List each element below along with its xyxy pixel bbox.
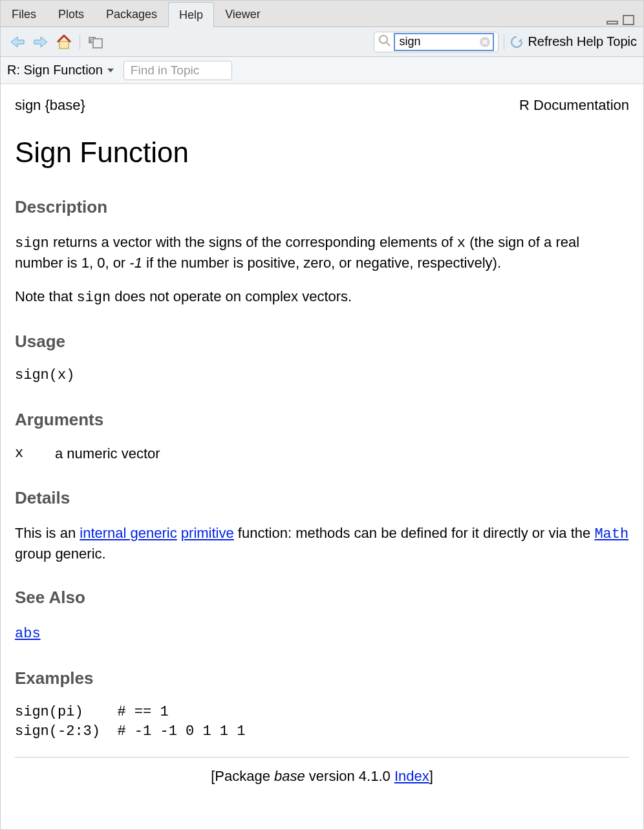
link-math[interactable]: Math <box>594 526 628 542</box>
description-paragraph-2: Note that sign does not operate on compl… <box>15 287 629 308</box>
toolbar-separator <box>80 34 80 50</box>
help-content: sign {base} R Documentation Sign Functio… <box>1 84 643 829</box>
link-internal-generic[interactable]: internal generic <box>80 525 177 541</box>
open-in-window-button[interactable] <box>85 32 106 52</box>
chevron-down-icon <box>107 67 114 74</box>
section-examples: Examples <box>15 667 629 690</box>
forward-button[interactable] <box>30 32 51 52</box>
find-in-topic-input[interactable] <box>123 61 232 80</box>
link-index[interactable]: Index <box>394 768 429 784</box>
maximize-pane-icon[interactable] <box>621 14 636 27</box>
link-primitive[interactable]: primitive <box>181 525 234 541</box>
home-button[interactable] <box>54 32 74 52</box>
tab-help[interactable]: Help <box>168 2 214 27</box>
topic-title: R: Sign Function <box>7 63 103 78</box>
section-details: Details <box>15 487 629 509</box>
svg-rect-3 <box>93 39 102 48</box>
tab-packages[interactable]: Packages <box>95 1 168 27</box>
tab-files[interactable]: Files <box>1 1 47 27</box>
details-paragraph: This is an internal generic primitive fu… <box>15 524 629 563</box>
argument-name: x <box>15 444 33 463</box>
svg-rect-1 <box>623 16 634 25</box>
section-seealso: See Also <box>15 586 629 609</box>
svg-point-4 <box>380 36 387 43</box>
tab-plots[interactable]: Plots <box>47 1 95 27</box>
svg-rect-2 <box>59 41 69 48</box>
svg-line-5 <box>387 43 390 46</box>
section-description: Description <box>15 196 629 218</box>
argument-description: a numeric vector <box>55 444 160 463</box>
package-footer: [Package base version 4.1.0 Index] <box>15 767 629 786</box>
help-toolbar: Refresh Help Topic <box>1 27 643 57</box>
tab-viewer[interactable]: Viewer <box>214 1 272 27</box>
refresh-button[interactable]: Refresh Help Topic <box>510 34 637 49</box>
clear-search-icon[interactable] <box>479 36 491 50</box>
link-abs[interactable]: abs <box>15 626 41 642</box>
svg-rect-0 <box>607 21 617 24</box>
r-documentation-label: R Documentation <box>519 96 629 115</box>
footer-separator <box>15 757 629 758</box>
topic-dropdown[interactable]: R: Sign Function <box>7 63 114 78</box>
section-arguments: Arguments <box>15 409 629 431</box>
back-button[interactable] <box>7 32 28 52</box>
argument-row: x a numeric vector <box>15 444 629 463</box>
examples-code: sign(pi) # == 1 sign(-2:3) # -1 -1 0 1 1… <box>15 703 629 741</box>
help-subbar: R: Sign Function <box>1 57 643 84</box>
minimize-pane-icon[interactable] <box>606 15 620 25</box>
search-icon <box>378 34 391 50</box>
help-search <box>374 32 499 52</box>
refresh-label: Refresh Help Topic <box>528 34 637 49</box>
description-paragraph-1: sign returns a vector with the signs of … <box>15 233 629 272</box>
section-usage: Usage <box>15 330 629 353</box>
toolbar-separator <box>504 34 504 50</box>
page-title: Sign Function <box>15 133 629 171</box>
topic-package: sign {base} <box>15 96 85 115</box>
pane-tabstrip: Files Plots Packages Help Viewer <box>1 1 643 27</box>
usage-code: sign(x) <box>15 366 629 385</box>
